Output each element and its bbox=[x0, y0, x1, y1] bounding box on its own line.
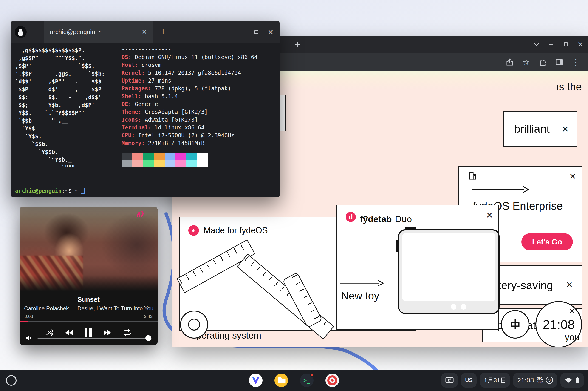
new-tab-button[interactable]: + bbox=[290, 36, 305, 53]
clock-time: 21:08 bbox=[542, 317, 575, 332]
album-art-sticker bbox=[135, 209, 146, 219]
close-icon[interactable]: × bbox=[562, 123, 569, 135]
chinese-ime-badge bbox=[501, 310, 529, 339]
neofetch-field: Theme: CrosAdapta [GTK2/3] bbox=[122, 108, 258, 116]
brilliant-card: brilliant × bbox=[503, 111, 578, 147]
terminal-prompt: archie@penguin:~$ ~ bbox=[15, 188, 85, 194]
palette-row bbox=[122, 153, 208, 160]
tab-close-icon[interactable]: × bbox=[142, 28, 147, 36]
tablet-illustration bbox=[398, 229, 500, 314]
close-icon[interactable]: × bbox=[569, 306, 575, 315]
battery-icon bbox=[575, 377, 580, 384]
taskbar-item-fydeos-browser[interactable] bbox=[249, 374, 262, 387]
neofetch-field: Terminal: ld-linux-x86-64 bbox=[122, 124, 258, 132]
prompt-typed-text: ~ bbox=[75, 188, 78, 194]
prompt-path: :~$ bbox=[62, 188, 71, 194]
extensions-icon[interactable] bbox=[538, 58, 547, 67]
album-art-texture bbox=[19, 256, 83, 291]
prompt-user-host: archie@penguin bbox=[15, 188, 62, 194]
browser-menu-icon[interactable]: ⋮ bbox=[572, 58, 580, 67]
total-time: 2:43 bbox=[144, 314, 152, 319]
notification-count-badge: 3 bbox=[546, 377, 553, 384]
headline-fragment: is the bbox=[557, 81, 582, 93]
music-player: Sunset Caroline Polachek — Desire, I Wan… bbox=[19, 207, 158, 345]
wheel-illustration bbox=[180, 310, 208, 339]
date-day-number: 31 bbox=[494, 377, 500, 384]
neofetch-field: Shell: bash 5.1.4 bbox=[122, 93, 258, 100]
track-artist-album: Caroline Polachek — Desire, I Want To Tu… bbox=[19, 305, 158, 312]
terminal-close-button[interactable]: × bbox=[266, 25, 275, 38]
terminal-maximize-button[interactable] bbox=[252, 25, 261, 38]
terminal-palette bbox=[122, 153, 208, 167]
fydetab-logo-icon: d bbox=[346, 212, 356, 222]
taskbar-item-files[interactable] bbox=[274, 374, 288, 387]
right-arrow-icon bbox=[472, 185, 530, 194]
terminal-output[interactable]: ,g$$$$$$$$$$$$$$$P. ,g$$P" """Y$$.". ,$$… bbox=[10, 43, 280, 197]
ruler-illustration bbox=[237, 254, 334, 339]
volume-icon[interactable] bbox=[25, 335, 32, 341]
vinyl-record-icon bbox=[327, 375, 337, 386]
browser-maximize-button[interactable] bbox=[561, 38, 570, 51]
side-panel-icon[interactable] bbox=[555, 58, 564, 67]
track-title: Sunset bbox=[19, 296, 158, 303]
fydetab-duo-card: d fȳdetab Duo × New toy bbox=[336, 205, 499, 330]
neofetch-field: CPU: Intel i7-5500U (2) @ 2.394GHz bbox=[122, 132, 258, 139]
neofetch-field: OS: Debian GNU/Linux 11 (bullseye) x86_6… bbox=[122, 53, 258, 61]
taskbar-item-terminal[interactable]: >_ bbox=[300, 374, 314, 387]
new-toy-label: New toy bbox=[341, 290, 379, 302]
terminal-tab[interactable]: archie@penguin: ~ × bbox=[44, 21, 153, 43]
neofetch-field: DE: Generic bbox=[122, 100, 258, 108]
neofetch-field: Kernel: 5.10.147-20137-gfa8e6d1d4794 bbox=[122, 69, 258, 77]
browser-close-button[interactable]: × bbox=[576, 38, 585, 51]
volume-knob[interactable] bbox=[145, 335, 151, 341]
fydetab-brand: fȳdetab bbox=[360, 214, 392, 224]
close-icon[interactable]: × bbox=[566, 279, 573, 290]
status-area-button[interactable]: 21:08 391 KB/s 3 bbox=[513, 373, 557, 388]
zhong-character-icon bbox=[509, 318, 522, 331]
terminal-minimize-button[interactable] bbox=[238, 25, 247, 38]
keyboard-layout-button[interactable]: US bbox=[461, 373, 477, 388]
close-icon[interactable]: × bbox=[486, 209, 493, 221]
wifi-icon bbox=[565, 377, 572, 384]
bookmark-star-icon[interactable]: ☆ bbox=[522, 58, 530, 67]
network-power-button[interactable] bbox=[560, 373, 584, 388]
terminal-cursor bbox=[81, 188, 85, 194]
neofetch-field: Uptime: 27 mins bbox=[122, 77, 258, 85]
month-kanji-icon bbox=[488, 377, 493, 383]
status-tray: US 1 31 21:08 391 KB/s 3 bbox=[441, 373, 584, 388]
tab-search-button[interactable] bbox=[532, 38, 541, 51]
keyboard-layout-label: US bbox=[465, 377, 472, 384]
network-speed: 391 KB/s bbox=[537, 377, 543, 384]
neofetch-field: Memory: 271MiB / 14581MiB bbox=[122, 139, 258, 147]
screen-capture-button[interactable] bbox=[441, 373, 458, 388]
volume-slider[interactable] bbox=[37, 338, 152, 339]
made-for-fydeos-title: Made for fydeOS bbox=[203, 226, 268, 235]
fydetab-model: Duo bbox=[395, 214, 412, 224]
terminal-tab-title: archie@penguin: ~ bbox=[50, 28, 138, 36]
browser-minimize-button[interactable] bbox=[547, 38, 555, 51]
taskbar: >_ US 1 31 bbox=[0, 370, 588, 391]
fydeos-logo-icon bbox=[188, 225, 199, 236]
folder-icon bbox=[274, 374, 288, 387]
neofetch-separator: --------------- bbox=[122, 46, 258, 53]
neofetch-info: ---------------OS: Debian GNU/Linux 11 (… bbox=[122, 46, 258, 147]
seek-bar[interactable] bbox=[19, 321, 158, 322]
chevron-down-icon bbox=[534, 41, 539, 46]
date-button[interactable]: 1 31 bbox=[480, 373, 510, 388]
lets-go-button[interactable]: Let's Go bbox=[522, 233, 573, 250]
tray-time: 21:08 bbox=[517, 377, 534, 384]
launcher-button[interactable] bbox=[6, 375, 16, 386]
neofetch-ascii-logo: ,g$$$$$$$$$$$$$$$P. ,g$$P" """Y$$.". ,$$… bbox=[15, 46, 105, 172]
notification-dot bbox=[310, 373, 314, 377]
terminal-icon: >_ bbox=[303, 377, 310, 384]
terminal-new-tab-button[interactable]: + bbox=[156, 21, 170, 43]
share-icon[interactable] bbox=[505, 58, 514, 67]
terminal-title-bar: archie@penguin: ~ × + × bbox=[10, 21, 280, 43]
day-kanji-icon bbox=[501, 377, 506, 383]
palette-row bbox=[122, 160, 208, 167]
neofetch-field: Host: crosvm bbox=[122, 61, 258, 69]
album-art bbox=[19, 207, 158, 291]
taskbar-item-music[interactable] bbox=[326, 374, 339, 387]
neofetch-field: Packages: 728 (dpkg), 5 (flatpak) bbox=[122, 85, 258, 93]
close-icon[interactable]: × bbox=[569, 171, 576, 182]
